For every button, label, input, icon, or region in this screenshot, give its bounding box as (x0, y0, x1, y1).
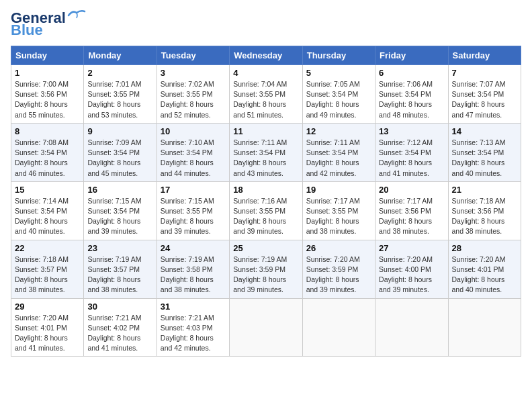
day-info: Sunrise: 7:11 AM Sunset: 3:54 PM Dayligh… (306, 138, 371, 179)
day-info: Sunrise: 7:15 AM Sunset: 3:55 PM Dayligh… (161, 196, 226, 237)
day-number: 9 (87, 126, 152, 136)
calendar-week-row: 1 Sunrise: 7:00 AM Sunset: 3:56 PM Dayli… (11, 65, 521, 124)
day-number: 29 (15, 302, 80, 312)
day-number: 22 (15, 243, 80, 253)
day-number: 27 (379, 243, 444, 253)
col-wednesday: Wednesday (230, 46, 302, 65)
calendar-cell: 16 Sunrise: 7:15 AM Sunset: 3:54 PM Dayl… (84, 181, 157, 240)
calendar-cell: 14 Sunrise: 7:13 AM Sunset: 3:54 PM Dayl… (448, 123, 521, 181)
day-info: Sunrise: 7:06 AM Sunset: 3:54 PM Dayligh… (379, 79, 444, 120)
day-number: 11 (233, 126, 298, 136)
calendar-cell (448, 298, 521, 357)
calendar-cell: 13 Sunrise: 7:12 AM Sunset: 3:54 PM Dayl… (375, 123, 448, 181)
calendar-cell: 1 Sunrise: 7:00 AM Sunset: 3:56 PM Dayli… (11, 65, 84, 124)
day-info: Sunrise: 7:21 AM Sunset: 4:03 PM Dayligh… (161, 313, 226, 354)
calendar-cell (375, 298, 448, 357)
day-number: 3 (161, 68, 226, 78)
day-number: 18 (233, 185, 298, 195)
day-info: Sunrise: 7:01 AM Sunset: 3:55 PM Dayligh… (87, 79, 152, 120)
col-thursday: Thursday (302, 46, 375, 65)
col-friday: Friday (375, 46, 448, 65)
day-number: 19 (306, 185, 371, 195)
day-number: 14 (452, 126, 517, 136)
day-info: Sunrise: 7:02 AM Sunset: 3:55 PM Dayligh… (161, 79, 226, 120)
calendar-cell: 5 Sunrise: 7:05 AM Sunset: 3:54 PM Dayli… (302, 65, 375, 124)
day-number: 7 (452, 68, 517, 78)
calendar-cell: 31 Sunrise: 7:21 AM Sunset: 4:03 PM Dayl… (157, 298, 229, 357)
page-header: General Blue (11, 11, 521, 38)
day-number: 26 (306, 243, 371, 253)
calendar-table: Sunday Monday Tuesday Wednesday Thursday… (11, 46, 521, 357)
calendar-cell: 25 Sunrise: 7:19 AM Sunset: 3:59 PM Dayl… (230, 240, 302, 298)
day-info: Sunrise: 7:17 AM Sunset: 3:56 PM Dayligh… (379, 196, 444, 237)
calendar-cell: 17 Sunrise: 7:15 AM Sunset: 3:55 PM Dayl… (157, 181, 229, 240)
day-info: Sunrise: 7:07 AM Sunset: 3:54 PM Dayligh… (452, 79, 517, 120)
calendar-cell: 18 Sunrise: 7:16 AM Sunset: 3:55 PM Dayl… (230, 181, 302, 240)
day-number: 21 (452, 185, 517, 195)
calendar-cell: 26 Sunrise: 7:20 AM Sunset: 3:59 PM Dayl… (302, 240, 375, 298)
day-info: Sunrise: 7:12 AM Sunset: 3:54 PM Dayligh… (379, 138, 444, 179)
day-info: Sunrise: 7:18 AM Sunset: 3:56 PM Dayligh… (452, 196, 517, 237)
day-info: Sunrise: 7:16 AM Sunset: 3:55 PM Dayligh… (233, 196, 298, 237)
calendar-cell: 21 Sunrise: 7:18 AM Sunset: 3:56 PM Dayl… (448, 181, 521, 240)
day-number: 20 (379, 185, 444, 195)
calendar-cell: 24 Sunrise: 7:19 AM Sunset: 3:58 PM Dayl… (157, 240, 229, 298)
calendar-cell: 6 Sunrise: 7:06 AM Sunset: 3:54 PM Dayli… (375, 65, 448, 124)
day-number: 8 (15, 126, 80, 136)
day-info: Sunrise: 7:00 AM Sunset: 3:56 PM Dayligh… (15, 79, 80, 120)
day-info: Sunrise: 7:15 AM Sunset: 3:54 PM Dayligh… (87, 196, 152, 237)
calendar-week-row: 29 Sunrise: 7:20 AM Sunset: 4:01 PM Dayl… (11, 298, 521, 357)
day-number: 15 (15, 185, 80, 195)
calendar-week-row: 22 Sunrise: 7:18 AM Sunset: 3:57 PM Dayl… (11, 240, 521, 298)
day-info: Sunrise: 7:19 AM Sunset: 3:57 PM Dayligh… (87, 255, 152, 295)
calendar-header-row: Sunday Monday Tuesday Wednesday Thursday… (11, 46, 521, 65)
calendar-cell: 20 Sunrise: 7:17 AM Sunset: 3:56 PM Dayl… (375, 181, 448, 240)
calendar-cell: 7 Sunrise: 7:07 AM Sunset: 3:54 PM Dayli… (448, 65, 521, 124)
day-info: Sunrise: 7:21 AM Sunset: 4:02 PM Dayligh… (87, 313, 152, 354)
day-number: 16 (87, 185, 152, 195)
day-number: 10 (161, 126, 226, 136)
logo-bird-icon (67, 9, 86, 22)
day-number: 13 (379, 126, 444, 136)
day-info: Sunrise: 7:20 AM Sunset: 3:59 PM Dayligh… (306, 255, 371, 295)
day-info: Sunrise: 7:19 AM Sunset: 3:58 PM Dayligh… (161, 255, 226, 295)
col-monday: Monday (84, 46, 157, 65)
day-number: 2 (87, 68, 152, 78)
day-number: 28 (452, 243, 517, 253)
calendar-cell: 15 Sunrise: 7:14 AM Sunset: 3:54 PM Dayl… (11, 181, 84, 240)
calendar-cell: 2 Sunrise: 7:01 AM Sunset: 3:55 PM Dayli… (84, 65, 157, 124)
day-number: 23 (87, 243, 152, 253)
day-info: Sunrise: 7:20 AM Sunset: 4:01 PM Dayligh… (15, 313, 80, 354)
day-info: Sunrise: 7:09 AM Sunset: 3:54 PM Dayligh… (87, 138, 152, 179)
calendar-cell: 11 Sunrise: 7:11 AM Sunset: 3:54 PM Dayl… (230, 123, 302, 181)
calendar-cell: 8 Sunrise: 7:08 AM Sunset: 3:54 PM Dayli… (11, 123, 84, 181)
calendar-cell: 28 Sunrise: 7:20 AM Sunset: 4:01 PM Dayl… (448, 240, 521, 298)
col-tuesday: Tuesday (157, 46, 229, 65)
day-number: 24 (161, 243, 226, 253)
day-info: Sunrise: 7:08 AM Sunset: 3:54 PM Dayligh… (15, 138, 80, 179)
day-info: Sunrise: 7:18 AM Sunset: 3:57 PM Dayligh… (15, 255, 80, 295)
calendar-cell: 22 Sunrise: 7:18 AM Sunset: 3:57 PM Dayl… (11, 240, 84, 298)
calendar-cell: 4 Sunrise: 7:04 AM Sunset: 3:55 PM Dayli… (230, 65, 302, 124)
calendar-cell: 19 Sunrise: 7:17 AM Sunset: 3:55 PM Dayl… (302, 181, 375, 240)
calendar-cell: 27 Sunrise: 7:20 AM Sunset: 4:00 PM Dayl… (375, 240, 448, 298)
calendar-week-row: 15 Sunrise: 7:14 AM Sunset: 3:54 PM Dayl… (11, 181, 521, 240)
day-number: 5 (306, 68, 371, 78)
day-info: Sunrise: 7:04 AM Sunset: 3:55 PM Dayligh… (233, 79, 298, 120)
day-info: Sunrise: 7:14 AM Sunset: 3:54 PM Dayligh… (15, 196, 80, 237)
day-info: Sunrise: 7:05 AM Sunset: 3:54 PM Dayligh… (306, 79, 371, 120)
day-number: 4 (233, 68, 298, 78)
calendar-cell: 10 Sunrise: 7:10 AM Sunset: 3:54 PM Dayl… (157, 123, 229, 181)
day-number: 12 (306, 126, 371, 136)
calendar-cell (230, 298, 302, 357)
day-number: 6 (379, 68, 444, 78)
calendar-week-row: 8 Sunrise: 7:08 AM Sunset: 3:54 PM Dayli… (11, 123, 521, 181)
calendar-cell: 12 Sunrise: 7:11 AM Sunset: 3:54 PM Dayl… (302, 123, 375, 181)
day-info: Sunrise: 7:10 AM Sunset: 3:54 PM Dayligh… (161, 138, 226, 179)
calendar-cell: 9 Sunrise: 7:09 AM Sunset: 3:54 PM Dayli… (84, 123, 157, 181)
day-number: 17 (161, 185, 226, 195)
day-info: Sunrise: 7:20 AM Sunset: 4:01 PM Dayligh… (452, 255, 517, 295)
logo-blue-text: Blue (11, 23, 43, 38)
calendar-cell (302, 298, 375, 357)
calendar-cell: 30 Sunrise: 7:21 AM Sunset: 4:02 PM Dayl… (84, 298, 157, 357)
